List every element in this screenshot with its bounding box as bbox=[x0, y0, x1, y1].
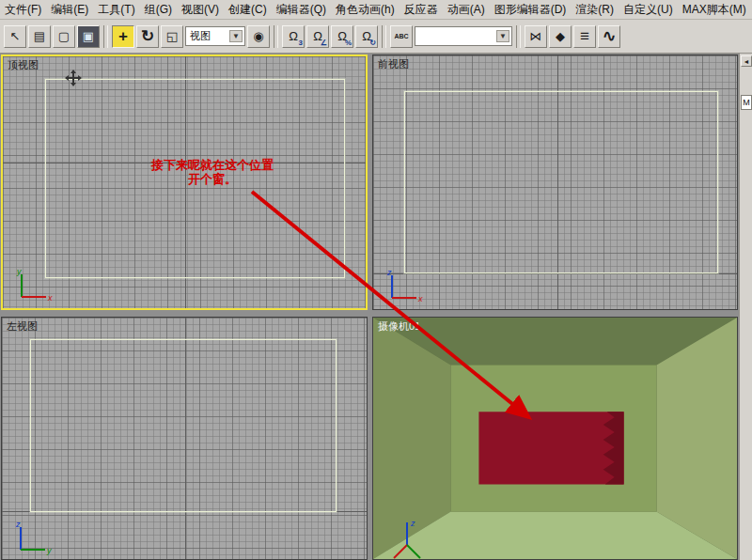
toolbar-separator bbox=[382, 25, 386, 48]
select-arrow-icon: ↖ bbox=[10, 30, 21, 42]
camera-render bbox=[373, 318, 737, 559]
spinner-snap-toggle-button[interactable]: Ω ↻ bbox=[355, 25, 378, 48]
rotate-icon: ↻ bbox=[141, 28, 154, 44]
curve-editor-button[interactable]: ∿ bbox=[598, 25, 620, 48]
axis-tripod-front: z x bbox=[384, 268, 424, 303]
reference-coordinate-dropdown[interactable]: 视图 ▼ bbox=[185, 26, 245, 46]
scale-tool-button[interactable]: ◱ bbox=[161, 25, 183, 48]
named-selection-sets-dropdown[interactable]: ▼ bbox=[415, 26, 512, 46]
spinner-snap-badge: ↻ bbox=[369, 39, 376, 47]
svg-text:z: z bbox=[410, 519, 415, 528]
edit-named-selections-button[interactable]: ABC bbox=[390, 25, 413, 48]
viewport-camera[interactable]: 摄像机01 z bbox=[372, 317, 738, 560]
layers-icon: ≡ bbox=[580, 28, 589, 44]
chevron-down-icon: ▼ bbox=[496, 30, 509, 42]
scale-icon: ◱ bbox=[166, 30, 178, 42]
svg-text:x: x bbox=[417, 294, 423, 303]
menu-item-file[interactable]: 文件(F) bbox=[0, 0, 46, 20]
viewport-label-top[interactable]: 顶视图 bbox=[8, 58, 39, 72]
menu-item-edit[interactable]: 编辑(E) bbox=[46, 0, 93, 20]
window-crossing-toggle-button[interactable]: ▣ bbox=[77, 25, 100, 48]
viewport-label-camera[interactable]: 摄像机01 bbox=[378, 319, 420, 334]
menu-item-modifiers[interactable]: 编辑器(Q) bbox=[272, 0, 331, 20]
room-wireframe-left[interactable] bbox=[30, 339, 337, 512]
percent-snap-toggle-button[interactable]: Ω % bbox=[331, 25, 353, 48]
3dsmax-window: 文件(F) 编辑(E) 工具(T) 组(G) 视图(V) 创建(C) 编辑器(Q… bbox=[0, 0, 752, 560]
toolbar-separator bbox=[516, 25, 521, 48]
pan-cursor-icon bbox=[65, 70, 82, 86]
annotation-note: 接下来呢就在这个位置 开个窗。 bbox=[120, 158, 305, 186]
menu-item-create[interactable]: 创建(C) bbox=[224, 0, 272, 20]
select-tool-button[interactable]: ↖ bbox=[4, 25, 26, 48]
layer-manager-button[interactable]: ≡ bbox=[573, 25, 596, 48]
svg-text:z: z bbox=[15, 520, 21, 529]
command-panel-tab-m[interactable]: M bbox=[741, 95, 752, 110]
use-center-icon: ◉ bbox=[253, 30, 263, 42]
select-by-name-button[interactable]: ▤ bbox=[28, 25, 51, 48]
mirror-icon: ⋈ bbox=[530, 30, 542, 42]
menu-item-maxscript[interactable]: MAX脚本(M) bbox=[678, 0, 751, 20]
toolbar-separator bbox=[274, 25, 278, 48]
grid-origin-line-horizontal bbox=[373, 273, 737, 274]
menu-bar: 文件(F) 编辑(E) 工具(T) 组(G) 视图(V) 创建(C) 编辑器(Q… bbox=[0, 0, 752, 20]
selection-region-icon: ▢ bbox=[58, 30, 70, 42]
main-toolbar: ↖ ▤ ▢ ▣ + ↻ ◱ 视图 ▼ ◉ Ω 3 bbox=[0, 20, 752, 54]
rotate-tool-button[interactable]: ↻ bbox=[136, 25, 159, 48]
annotation-line2: 开个窗。 bbox=[120, 172, 305, 186]
viewport-left[interactable]: 左视图 z y bbox=[1, 317, 368, 560]
snap-magnet-icon: Ω bbox=[289, 30, 298, 42]
rectangular-selection-region-button[interactable]: ▢ bbox=[53, 25, 75, 48]
axis-tripod-left: z y bbox=[13, 520, 53, 555]
angle-snap-badge: ∠ bbox=[321, 39, 327, 47]
align-tool-button[interactable]: ◆ bbox=[549, 25, 572, 48]
viewport-label-front[interactable]: 前视图 bbox=[378, 57, 409, 71]
curve-editor-icon: ∿ bbox=[603, 28, 616, 44]
window-crossing-icon: ▣ bbox=[83, 30, 94, 42]
panel-scroll-arrow-icon[interactable]: ◄ bbox=[741, 55, 752, 67]
percent-snap-badge: % bbox=[345, 39, 352, 47]
menu-item-tools[interactable]: 工具(T) bbox=[93, 0, 139, 20]
menu-item-group[interactable]: 组(G) bbox=[140, 0, 177, 20]
room-wireframe-front[interactable] bbox=[404, 91, 718, 273]
axis-tripod-camera: z bbox=[386, 517, 428, 560]
svg-text:z: z bbox=[386, 268, 392, 277]
menu-item-graph-editors[interactable]: 图形编辑器(D) bbox=[490, 0, 572, 20]
snap-toggle-3d-button[interactable]: Ω 3 bbox=[282, 25, 305, 48]
menu-item-customize[interactable]: 自定义(U) bbox=[619, 0, 678, 20]
align-icon: ◆ bbox=[556, 30, 565, 42]
menu-item-reactor[interactable]: 反应器 bbox=[400, 0, 443, 20]
command-panel-edge: ◄ M bbox=[739, 54, 752, 560]
viewport-area: 顶视图 y x 前视图 z bbox=[0, 54, 752, 560]
abc-icon: ABC bbox=[394, 33, 408, 39]
toolbar-separator bbox=[103, 25, 108, 48]
menu-item-character-animation[interactable]: 角色动画(h) bbox=[331, 0, 400, 20]
mirror-tool-button[interactable]: ⋈ bbox=[525, 25, 547, 48]
select-by-name-icon: ▤ bbox=[34, 30, 45, 42]
reference-coordinate-value: 视图 bbox=[190, 29, 211, 43]
angle-snap-toggle-button[interactable]: Ω ∠ bbox=[306, 25, 329, 48]
svg-text:x: x bbox=[47, 293, 53, 303]
menu-item-rendering[interactable]: 渲染(R) bbox=[571, 0, 619, 20]
axis-tripod-top: y x bbox=[14, 267, 54, 303]
red-wall bbox=[478, 412, 623, 484]
viewport-label-left[interactable]: 左视图 bbox=[7, 319, 38, 334]
viewport-front[interactable]: 前视图 z x bbox=[372, 54, 738, 310]
snap-3d-badge: 3 bbox=[299, 39, 303, 47]
annotation-line1: 接下来呢就在这个位置 bbox=[120, 158, 305, 172]
chevron-down-icon: ▼ bbox=[229, 30, 243, 42]
menu-item-views[interactable]: 视图(V) bbox=[177, 0, 224, 20]
use-center-flyout-button[interactable]: ◉ bbox=[247, 25, 270, 48]
move-tool-button[interactable]: + bbox=[112, 25, 134, 48]
svg-text:y: y bbox=[46, 546, 52, 555]
menu-item-animation[interactable]: 动画(A) bbox=[443, 0, 490, 20]
svg-text:y: y bbox=[16, 267, 22, 276]
move-icon: + bbox=[118, 28, 128, 44]
